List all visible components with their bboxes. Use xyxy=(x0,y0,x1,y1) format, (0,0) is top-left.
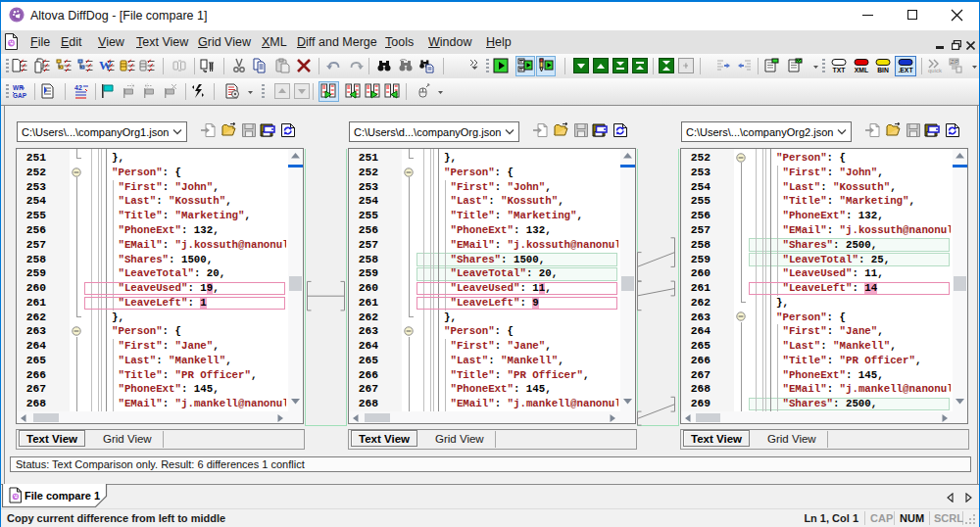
svg-text:ZIP: ZIP xyxy=(951,59,958,65)
svg-text:XML: XML xyxy=(855,67,868,73)
svg-text:GAP: GAP xyxy=(13,92,27,99)
svg-text:quick: quick xyxy=(928,68,943,73)
svg-text:.EXT: .EXT xyxy=(898,67,913,73)
svg-text:TXT: TXT xyxy=(833,67,847,73)
svg-text:42: 42 xyxy=(74,84,82,91)
svg-text:BIN: BIN xyxy=(877,67,889,73)
